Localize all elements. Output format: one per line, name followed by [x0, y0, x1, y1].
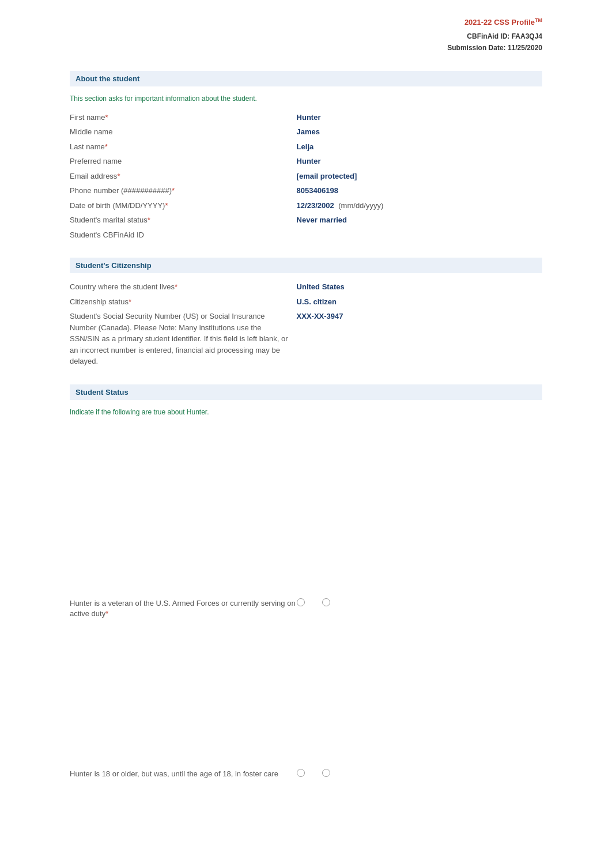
veteran-label: Hunter is a veteran of the U.S. Armed Fo…: [70, 598, 297, 619]
field-label-phone: Phone number (###########)*: [70, 185, 297, 197]
field-label-cbfinaid-id: Student's CBFinAid ID: [70, 229, 297, 241]
field-first-name: First name* Hunter: [70, 112, 542, 123]
field-label-middle-name: Middle name: [70, 126, 297, 138]
about-section-title: About the student: [70, 71, 542, 86]
student-status-section-title: Student Status: [70, 384, 542, 400]
field-label-ssn: Student's Social Security Number (US) or…: [70, 311, 297, 367]
required-indicator: *: [117, 172, 120, 180]
field-phone: Phone number (###########)* 8053406198: [70, 185, 542, 197]
required-indicator: *: [165, 201, 168, 210]
field-label-first-name: First name*: [70, 112, 297, 123]
required-indicator: *: [172, 186, 175, 195]
required-indicator: *: [105, 142, 108, 151]
foster-radio-yes[interactable]: [297, 769, 305, 777]
field-label-citizenship-status: Citizenship status*: [70, 296, 297, 308]
header-title-text: 2021-22 CSS Profile: [464, 18, 535, 27]
field-value-phone: 8053406198: [297, 185, 542, 197]
radio-circle-foster-yes: [297, 769, 305, 777]
field-value-ssn: XXX-XX-3947: [297, 311, 542, 367]
field-label-preferred-name: Preferred name: [70, 156, 297, 167]
header-meta: CBFinAid ID: FAA3QJ4 Submission Date: 11…: [70, 31, 542, 53]
field-value-dob: 12/23/2002 (mm/dd/yyyy): [297, 200, 542, 212]
required-indicator: *: [105, 609, 108, 618]
field-value-country: United States: [297, 281, 542, 293]
required-indicator: *: [129, 297, 131, 306]
field-cbfinaid-id: Student's CBFinAid ID: [70, 229, 542, 241]
foster-radio-no[interactable]: [322, 769, 330, 777]
citizenship-section: Student's Citizenship Country where the …: [70, 258, 542, 367]
student-status-description: Indicate if the following are true about…: [70, 408, 542, 416]
field-ssn: Student's Social Security Number (US) or…: [70, 311, 542, 367]
header-title: 2021-22 CSS ProfileTM: [70, 17, 542, 27]
about-section-description: This section asks for important informat…: [70, 95, 542, 103]
field-label-email: Email address*: [70, 171, 297, 182]
field-marital-status: Student's marital status* Never married: [70, 214, 542, 226]
field-label-marital-status: Student's marital status*: [70, 214, 297, 226]
cbfinaid-id: CBFinAid ID: FAA3QJ4: [70, 31, 542, 42]
field-country: Country where the student lives* United …: [70, 281, 542, 293]
radio-circle-yes: [297, 598, 305, 606]
field-value-middle-name: James: [297, 126, 542, 138]
field-value-first-name: Hunter: [297, 112, 542, 123]
student-status-section: Student Status Indicate if the following…: [70, 384, 542, 780]
field-citizenship-status: Citizenship status* U.S. citizen: [70, 296, 542, 308]
foster-label: Hunter is 18 or older, but was, until th…: [70, 769, 297, 779]
foster-radio-group: [297, 769, 542, 777]
field-label-country: Country where the student lives*: [70, 281, 297, 293]
field-last-name: Last name* Leija: [70, 141, 542, 153]
submission-date: Submission Date: 11/25/2020: [70, 43, 542, 54]
citizenship-section-title: Student's Citizenship: [70, 258, 542, 273]
required-indicator: *: [105, 113, 108, 122]
field-dob: Date of birth (MM/DD/YYYY)* 12/23/2002 (…: [70, 200, 542, 212]
about-section: About the student This section asks for …: [70, 71, 542, 241]
veteran-radio-yes[interactable]: [297, 598, 305, 606]
field-value-last-name: Leija: [297, 141, 542, 153]
field-value-marital-status: Never married: [297, 214, 542, 226]
field-value-citizenship-status: U.S. citizen: [297, 296, 542, 308]
field-middle-name: Middle name James: [70, 126, 542, 138]
veteran-radio-no[interactable]: [322, 598, 330, 606]
veteran-radio-group: [297, 598, 542, 606]
required-indicator: *: [175, 282, 177, 291]
field-email: Email address* [email protected]: [70, 171, 542, 182]
header: 2021-22 CSS ProfileTM CBFinAid ID: FAA3Q…: [70, 17, 542, 54]
page-container: 2021-22 CSS ProfileTM CBFinAid ID: FAA3Q…: [47, 0, 565, 814]
trademark: TM: [535, 17, 542, 23]
required-indicator: *: [148, 216, 150, 224]
field-value-email: [email protected]: [297, 171, 542, 182]
veteran-row: Hunter is a veteran of the U.S. Armed Fo…: [70, 425, 542, 619]
foster-row: Hunter is 18 or older, but was, until th…: [70, 769, 542, 779]
field-value-cbfinaid-id: [297, 229, 542, 241]
field-label-dob: Date of birth (MM/DD/YYYY)*: [70, 200, 297, 212]
radio-circle-no: [322, 598, 330, 606]
field-preferred-name: Preferred name Hunter: [70, 156, 542, 167]
field-label-last-name: Last name*: [70, 141, 297, 153]
field-value-preferred-name: Hunter: [297, 156, 542, 167]
radio-circle-foster-no: [322, 769, 330, 777]
